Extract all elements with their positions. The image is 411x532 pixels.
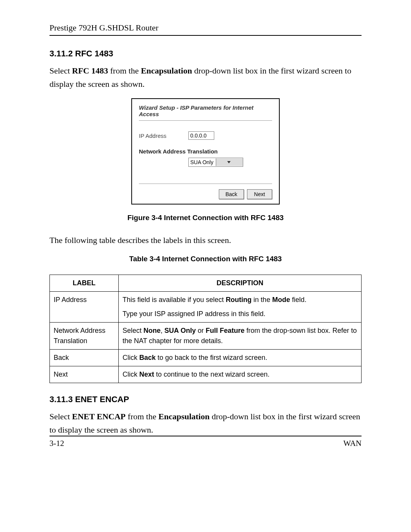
cell-desc: Select None, SUA Only or Full Feature fr… [119,322,362,349]
back-button[interactable]: Back [219,189,244,199]
cell-label: IP Address [50,291,119,322]
ip-address-row: IP Address [139,131,272,140]
text: Type your ISP assigned IP address in thi… [123,310,266,318]
text: to go back to the first wizard screen. [156,354,267,361]
wizard-title: Wizard Setup - ISP Parameters for Intern… [139,103,272,121]
th-label: LABEL [50,275,119,291]
text-bold: None [143,327,161,334]
cell-desc: Click Back to go back to the first wizar… [119,349,362,366]
text: Select [123,327,143,334]
table-row: IP Address This field is available if yo… [50,291,362,322]
text: This field is available if you select [123,296,226,304]
text-bold: ENET ENCAP [72,412,126,421]
table-row: Network Address Translation Select None,… [50,322,362,349]
text-bold: Encapsulation [141,66,192,75]
page-number: 3-12 [49,439,64,448]
cell-label: Next [50,366,119,383]
text: in the [252,296,272,304]
text-bold: Full Feature [206,327,244,334]
cell-desc: This field is available if you select Ro… [119,291,362,322]
text-bold: Mode [272,296,290,304]
page-footer: 3-12 WAN [49,436,362,448]
text: or [196,327,206,334]
para-rfc1483: Select RFC 1483 from the Encapsulation d… [49,64,362,91]
figure-wrapper: Wizard Setup - ISP Parameters for Intern… [49,98,362,204]
table-row: Next Click Next to continue to the next … [50,366,362,383]
description-table: LABEL DESCRIPTION IP Address This field … [49,275,362,383]
text: Click [123,354,139,361]
para-enet: Select ENET ENCAP from the Encapsulation… [49,410,362,436]
cell-desc: Click Next to continue to the next wizar… [119,366,362,383]
ip-address-label: IP Address [139,133,188,139]
section-heading-enet: 3.11.3 ENET ENCAP [49,395,362,404]
nat-heading: Network Address Translation [139,148,272,155]
text: Click [123,371,139,378]
chevron-down-icon[interactable] [216,158,243,166]
text-bold: Encapsulation [158,412,210,421]
chapter-label: WAN [343,439,362,448]
wizard-setup-panel: Wizard Setup - ISP Parameters for Intern… [131,98,280,204]
text-bold: Routing [226,296,252,304]
text: Select [49,412,72,421]
cell-label: Network Address Translation [50,322,119,349]
text-bold: SUA Only [164,327,196,334]
para-table-intro: The following table describes the labels… [49,233,362,247]
text-bold: RFC 1483 [72,66,108,75]
th-description: DESCRIPTION [119,275,362,291]
text: , [161,327,164,334]
text: from the [126,412,158,421]
nat-select-value: SUA Only [189,159,216,165]
nat-select[interactable]: SUA Only [188,158,243,167]
figure-caption: Figure 3-4 Internet Connection with RFC … [49,214,362,222]
table-row: Back Click Back to go back to the first … [50,349,362,366]
ip-address-input[interactable] [188,131,214,140]
text: Select [49,66,72,75]
text: from the [108,66,141,75]
text: to continue to the next wizard screen. [154,371,269,378]
section-heading-rfc1483: 3.11.2 RFC 1483 [49,49,362,59]
cell-label: Back [50,349,119,366]
table-header-row: LABEL DESCRIPTION [50,275,362,291]
text: field. [290,296,306,304]
table-caption: Table 3-4 Internet Connection with RFC 1… [49,255,362,263]
text-bold: Back [139,354,156,361]
next-button[interactable]: Next [247,189,272,199]
page-header: Prestige 792H G.SHDSL Router [49,23,362,36]
svg-marker-0 [227,161,231,163]
text-bold: Next [139,371,154,378]
